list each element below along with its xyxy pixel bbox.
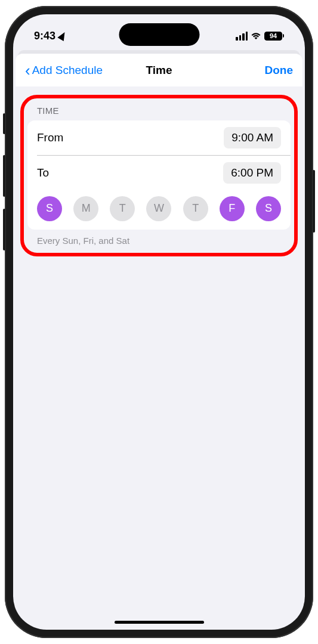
side-button [3,155,5,197]
dynamic-island [119,23,199,46]
to-row: To 6:00 PM [27,156,291,190]
chevron-left-icon: ‹ [25,63,30,78]
phone-frame: 9:43 94 ‹ Add Schedule [5,6,313,638]
day-toggle-wed[interactable]: W [146,196,171,221]
from-time-picker[interactable]: 9:00 AM [224,127,281,148]
battery-icon: 94 [264,32,284,41]
side-button [313,170,315,233]
page-title: Time [146,64,172,77]
home-indicator[interactable] [115,621,204,624]
done-button[interactable]: Done [265,64,294,77]
status-left: 9:43 [34,30,66,42]
day-toggle-sun[interactable]: S [37,196,62,221]
day-toggle-tue[interactable]: T [110,196,135,221]
status-right: 94 [236,32,284,41]
wifi-icon [251,32,261,40]
nav-bar: ‹ Add Schedule Time Done [16,54,302,86]
from-label: From [37,131,63,144]
status-time: 9:43 [34,30,55,42]
back-label: Add Schedule [32,64,103,77]
cellular-signal-icon [236,32,248,41]
phone-screen: 9:43 94 ‹ Add Schedule [13,14,305,630]
time-card: From 9:00 AM To 6:00 PM S M T W T F [27,120,291,230]
day-toggle-thu[interactable]: T [183,196,208,221]
day-toggle-sat[interactable]: S [256,196,281,221]
schedule-summary: Every Sun, Fri, and Sat [27,230,291,248]
side-button [3,113,5,134]
location-icon [57,30,67,41]
back-button[interactable]: ‹ Add Schedule [25,63,103,78]
time-section-header: TIME [27,103,291,120]
from-row: From 9:00 AM [27,120,291,155]
content-area: TIME From 9:00 AM To 6:00 PM S M [13,95,305,256]
to-label: To [37,166,49,179]
battery-level: 94 [264,32,282,41]
day-toggle-mon[interactable]: M [73,196,98,221]
day-toggle-fri[interactable]: F [220,196,245,221]
to-time-picker[interactable]: 6:00 PM [223,162,281,184]
side-button [3,209,5,250]
days-row: S M T W T F S [27,190,291,230]
highlight-annotation: TIME From 9:00 AM To 6:00 PM S M [20,95,298,256]
